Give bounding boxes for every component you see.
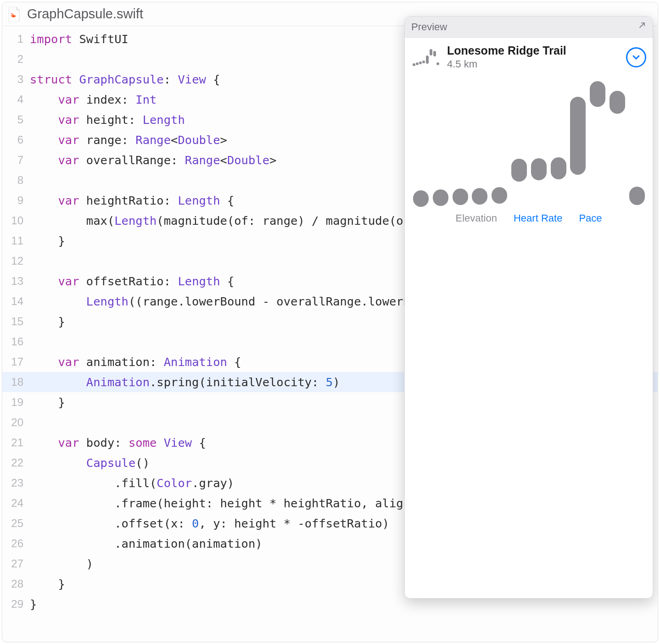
svg-point-7 (436, 62, 439, 65)
svg-point-3 (422, 61, 425, 63)
preview-title: Preview (411, 21, 637, 33)
preview-body: Lonesome Ridge Trail 4.5 km Elevation He… (405, 38, 653, 224)
tab-pace[interactable]: Pace (579, 212, 602, 224)
metric-tabs: Elevation Heart Rate Pace (411, 212, 646, 224)
line-number: 17 (2, 352, 30, 372)
line-number: 19 (2, 392, 30, 412)
line-number: 8 (2, 170, 30, 190)
line-number: 27 (2, 554, 30, 574)
line-number: 22 (2, 453, 30, 473)
line-number: 24 (2, 493, 30, 513)
capsule-bar (610, 91, 625, 114)
capsule-bar (570, 97, 586, 175)
line-number: 7 (2, 150, 30, 170)
line-number: 11 (2, 231, 30, 251)
capsule-bar (629, 187, 645, 205)
capsule-bar (551, 157, 566, 179)
svg-rect-4 (426, 56, 429, 64)
line-number: 2 (2, 49, 30, 69)
capsule-bar (433, 189, 448, 206)
line-number: 26 (2, 533, 30, 554)
svg-rect-5 (430, 49, 432, 56)
capsule-bar (590, 81, 605, 107)
trail-card-header: Lonesome Ridge Trail 4.5 km (411, 44, 646, 70)
capsule-bar (413, 190, 429, 207)
trail-titles: Lonesome Ridge Trail 4.5 km (447, 44, 620, 70)
mini-graph-icon (411, 46, 441, 68)
capsule-chart (413, 78, 644, 207)
preview-header: Preview (405, 17, 653, 38)
line-number: 5 (2, 110, 30, 130)
line-number: 25 (2, 513, 30, 533)
line-number: 14 (2, 291, 30, 311)
svg-point-2 (419, 61, 422, 64)
file-name: GraphCapsule.swift (27, 6, 143, 22)
svg-point-0 (413, 63, 415, 66)
swift-file-icon (9, 7, 21, 22)
line-number: 9 (2, 190, 30, 211)
capsule-bar (453, 189, 468, 205)
capsule-bar (472, 188, 487, 205)
preview-panel: Preview (404, 16, 653, 599)
line-number: 16 (2, 332, 30, 352)
line-number: 29 (2, 594, 30, 614)
line-number: 23 (2, 473, 30, 493)
capsule-bar (531, 158, 547, 180)
line-number: 6 (2, 130, 30, 150)
capsule-bar (492, 187, 507, 204)
line-number: 20 (2, 412, 30, 433)
svg-point-1 (416, 62, 419, 65)
line-number: 13 (2, 271, 30, 291)
line-number: 4 (2, 89, 30, 110)
tab-elevation[interactable]: Elevation (455, 212, 497, 224)
expand-chevron-icon[interactable] (626, 47, 646, 67)
line-number: 15 (2, 311, 30, 332)
line-number: 1 (2, 29, 30, 49)
line-number: 21 (2, 433, 30, 453)
popout-icon[interactable] (637, 21, 646, 33)
editor-window: GraphCapsule.swift 1import SwiftUI23stru… (2, 2, 658, 642)
trail-name: Lonesome Ridge Trail (447, 44, 620, 57)
capsule-bar (511, 159, 527, 182)
tab-heart-rate[interactable]: Heart Rate (514, 212, 562, 224)
svg-rect-6 (433, 51, 436, 56)
line-number: 28 (2, 574, 30, 594)
trail-distance: 4.5 km (447, 58, 620, 70)
line-number: 10 (2, 211, 30, 231)
line-number: 3 (2, 69, 30, 89)
line-number: 18 (2, 372, 30, 392)
line-number: 12 (2, 251, 30, 271)
